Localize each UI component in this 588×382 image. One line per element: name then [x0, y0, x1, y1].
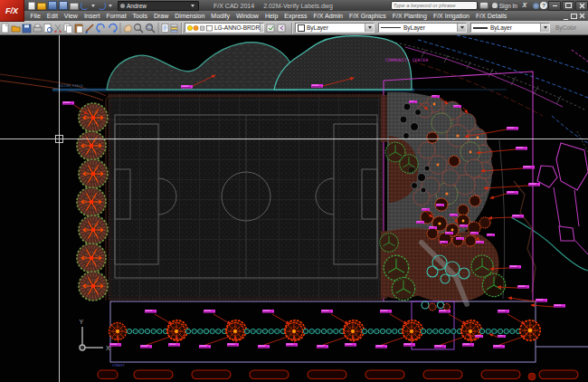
qat-plot-icon[interactable] [70, 3, 79, 10]
signin-link[interactable]: Sign In [499, 3, 517, 9]
restore-button[interactable] [562, 1, 574, 11]
preview-icon [44, 24, 52, 32]
menu-fx-irrigation[interactable]: F/X Irrigation [430, 13, 472, 19]
linetype-sample [381, 27, 401, 28]
mound-east [274, 36, 412, 90]
menu-fx-admin[interactable]: F/X Admin [310, 13, 346, 19]
current-layer-name: LG-ANNO-BRDR [214, 24, 260, 31]
save-icon [23, 24, 31, 33]
copy-icon [64, 24, 72, 33]
lineweight-sample [473, 27, 488, 29]
help-icon[interactable]: ? [540, 2, 547, 9]
ucs-icon: Y X [80, 319, 111, 351]
doc-minimize-button[interactable] [562, 13, 570, 20]
match-properties-icon [85, 24, 93, 33]
existing-road-curves [0, 74, 106, 100]
layer-lock-icon [201, 26, 205, 31]
layer-dropdown-caret[interactable] [260, 24, 264, 32]
lineweight-dropdown[interactable]: ByLayer [470, 23, 550, 33]
menu-window[interactable]: Window [232, 13, 261, 19]
minimize-button[interactable] [548, 1, 561, 11]
workspace-gear-icon [120, 4, 125, 8]
layer-color-chip [207, 25, 213, 31]
menu-modify[interactable]: Modify [208, 13, 233, 19]
linetype-dropdown-caret[interactable] [457, 24, 466, 32]
redo-dropdown-caret[interactable] [109, 5, 112, 7]
undo-dropdown-caret[interactable] [91, 5, 95, 7]
soccer-field-viewport-label: SOCCER_FIELD [58, 83, 83, 88]
workspace-name: Andrew [127, 3, 147, 9]
layers-icon [171, 24, 177, 33]
menu-tools[interactable]: Tools [129, 13, 150, 19]
plot-style-control: ByColor [555, 24, 576, 31]
standard-toolbar-icons[interactable] [0, 22, 179, 34]
properties-icon [162, 24, 168, 32]
drawing-svg[interactable]: SOCCER_FIELD COMMUNITY_ [0, 35, 588, 382]
menu-fx-planting[interactable]: F/X Planting [389, 13, 430, 19]
menu-insert[interactable]: Insert [81, 13, 103, 19]
menu-help[interactable]: Help [261, 13, 280, 19]
ucs-x-label: X [106, 345, 110, 351]
menu-fx-graphics[interactable]: F/X Graphics [346, 13, 389, 19]
paste-icon [75, 24, 82, 33]
toolbar: LG-ANNO-BRDR ByLayer ByLayer ByLayer ByC… [0, 21, 588, 35]
search-binoculars-icon[interactable] [479, 2, 488, 9]
exchange-apps-icon[interactable]: X [523, 2, 530, 9]
drawing-canvas[interactable]: SOCCER_FIELD COMMUNITY_ [0, 35, 588, 382]
color-dropdown-caret[interactable] [365, 24, 374, 32]
hatched-mounds [107, 36, 412, 90]
layer-dropdown[interactable]: LG-ANNO-BRDR [185, 23, 264, 33]
menu-edit[interactable]: Edit [43, 13, 61, 19]
undo-icon [97, 24, 104, 33]
fx-app-logo[interactable]: F/X [0, 0, 24, 22]
menu-express[interactable]: Express [281, 13, 310, 19]
linetype-dropdown[interactable]: ByLayer [378, 23, 467, 33]
menu-format[interactable]: Format [103, 13, 129, 19]
qat-new-icon[interactable] [28, 2, 35, 10]
close-button[interactable] [575, 1, 588, 11]
signin-user-icon [492, 3, 498, 8]
menu-dimension[interactable]: Dimension [172, 13, 208, 19]
zoom-realtime-icon [135, 24, 143, 32]
doc-close-button[interactable] [578, 13, 586, 20]
fx-cad-window: { "window": { "logo": "F/X", "app_title"… [0, 0, 588, 382]
current-lineweight: ByLayer [490, 24, 512, 31]
layer-previous-icon [278, 24, 285, 32]
plot-icon [33, 24, 42, 32]
pan-icon [125, 24, 132, 32]
ucs-y-label: Y [80, 319, 84, 325]
menu-fx-details[interactable]: F/X Details [472, 13, 509, 19]
titlebar: Andrew F/X CAD 20142.02M-Verify Labels.d… [0, 0, 588, 11]
layer-freeze-sun-icon [194, 25, 198, 30]
parking-stalls [98, 370, 578, 380]
menubar: File Edit View Insert Format Tools Draw … [0, 11, 588, 21]
communication-center-icon[interactable] [533, 3, 539, 9]
street-strip: STREET [109, 301, 588, 368]
layer-state-icons [187, 24, 214, 32]
redo-icon[interactable] [98, 2, 106, 10]
color-chip [298, 24, 305, 32]
current-color: ByLayer [307, 24, 328, 31]
qat-saveas-icon[interactable] [59, 1, 68, 10]
zoom-window-icon [147, 24, 155, 32]
workspace-dropdown[interactable]: Andrew [118, 1, 199, 11]
qat-save-icon[interactable] [48, 1, 57, 10]
layer-on-bulb-icon [187, 25, 192, 30]
menu-view[interactable]: View [61, 13, 81, 19]
menu-draw[interactable]: Draw [150, 13, 171, 19]
color-dropdown[interactable]: ByLayer [295, 23, 375, 33]
layer-tools-icons[interactable] [266, 23, 288, 33]
lineweight-dropdown-caret[interactable] [540, 24, 549, 32]
current-linetype: ByLayer [403, 24, 425, 31]
doc-restore-button[interactable] [570, 13, 578, 20]
new-icon [2, 24, 8, 33]
undo-icon[interactable] [81, 2, 89, 10]
soccer-field [106, 94, 383, 301]
menu-file[interactable]: File [27, 13, 43, 19]
qat-open-icon[interactable] [37, 3, 46, 10]
make-layer-current-icon [267, 24, 274, 32]
mound-west [107, 43, 297, 90]
community-center-planting [380, 92, 506, 304]
redo-icon [109, 24, 117, 33]
infocenter-search-input[interactable] [391, 1, 478, 10]
